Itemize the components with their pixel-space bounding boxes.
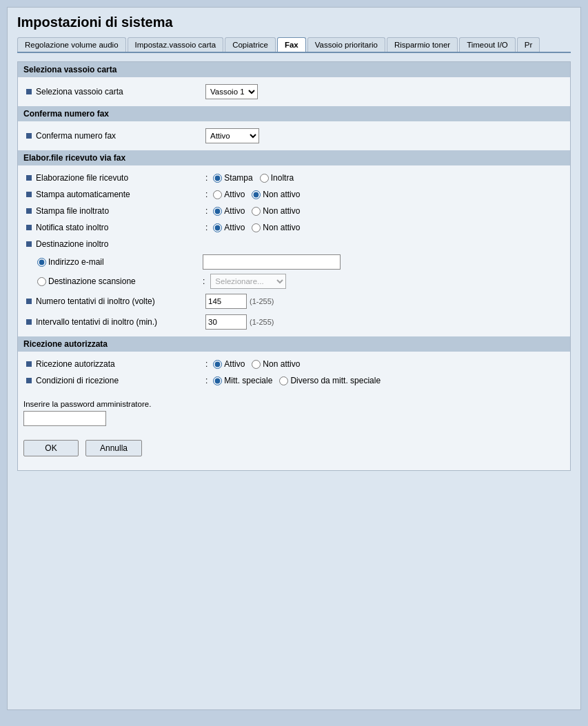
- radio-stampa-input[interactable]: [213, 174, 222, 183]
- radio-scan-label: Destinazione scansione: [48, 276, 136, 286]
- radio-stampa-auto-nonattivo-input[interactable]: [252, 190, 261, 199]
- row-scan: Destinazione scansione : Selezionare...: [23, 272, 565, 291]
- radio-notifica-stato: Attivo Non attivo: [213, 223, 300, 232]
- radio-scan-input[interactable]: [37, 277, 46, 286]
- label-text-vassoio: Seleziona vassoio carta: [36, 87, 123, 97]
- radio-ric-autor-nonattivo-input[interactable]: [252, 360, 261, 369]
- row-destinazione-label: Destinazione inoltro: [23, 236, 565, 252]
- page-container: Impostazioni di sistema Regolazione volu…: [7, 7, 581, 710]
- section-header-conferma: Conferma numero fax: [18, 106, 570, 121]
- radio-stampa-inoltrato-nonattivo-input[interactable]: [252, 207, 261, 216]
- label-cond-ric: Condizioni di ricezione: [26, 376, 205, 385]
- tab-risparmio[interactable]: Risparmio toner: [387, 37, 458, 52]
- tab-copiatrice[interactable]: Copiatrice: [225, 37, 276, 52]
- radio-notifica-attivo-input[interactable]: [213, 223, 222, 232]
- radio-stampa-inoltrato: Attivo Non attivo: [213, 206, 300, 216]
- radio-stampa-auto-attivo-input[interactable]: [213, 190, 222, 199]
- radio-stampa-inoltrato-nonattivo[interactable]: Non attivo: [252, 206, 300, 216]
- label-conferma-fax: Conferma numero fax: [26, 131, 205, 141]
- radio-scan-option[interactable]: Destinazione scansione: [37, 276, 136, 286]
- label-text-stampa-inoltrato: Stampa file inoltrato: [36, 206, 109, 216]
- row-num-tentativi: Numero tentativi di inoltro (volte) (1-2…: [23, 291, 565, 312]
- radio-ric-autor-attivo-label: Attivo: [224, 359, 245, 369]
- radio-notifica-attivo[interactable]: Attivo: [213, 223, 245, 232]
- select-scan[interactable]: Selezionare...: [210, 274, 286, 289]
- radio-email-label: Indirizzo e-mail: [48, 257, 104, 267]
- colon-elab: :: [205, 173, 207, 183]
- radio-email-input[interactable]: [37, 258, 46, 267]
- radio-ric-autor-attivo-input[interactable]: [213, 360, 222, 369]
- radio-stampa[interactable]: Stampa: [213, 173, 252, 183]
- label-intervallo-tentativi: Intervallo tentativi di inoltro (min.): [26, 317, 205, 327]
- colon-cond-ric: :: [205, 376, 207, 385]
- label-text-elab-file: Elaborazione file ricevuto: [36, 173, 128, 183]
- radio-stampa-inoltrato-attivo-input[interactable]: [213, 207, 222, 216]
- bullet-conferma: [26, 133, 32, 139]
- label-text-stampa-auto: Stampa automaticamente: [36, 190, 130, 199]
- radio-stampa-inoltrato-nonattivo-label: Non attivo: [263, 206, 300, 216]
- ok-button[interactable]: OK: [23, 440, 79, 456]
- row-elab-file: Elaborazione file ricevuto : Stampa Inol…: [23, 170, 565, 186]
- input-num-tentativi[interactable]: [205, 294, 247, 309]
- annulla-button[interactable]: Annulla: [85, 440, 142, 456]
- radio-notifica-nonattivo[interactable]: Non attivo: [252, 223, 300, 232]
- section-body-vassoio: Seleziona vassoio carta Vassoio 1 Vassoi…: [18, 77, 570, 106]
- password-input[interactable]: [23, 411, 106, 426]
- radio-stampa-inoltrato-attivo-label: Attivo: [224, 206, 245, 216]
- radio-stampa-auto-nonattivo[interactable]: Non attivo: [252, 190, 300, 199]
- radio-diverso-mitt[interactable]: Diverso da mitt. speciale: [279, 376, 381, 385]
- tab-vassoio-prior[interactable]: Vassoio prioritario: [307, 37, 385, 52]
- label-stampa-auto: Stampa automaticamente: [26, 190, 205, 199]
- email-input[interactable]: [203, 254, 341, 270]
- radio-elab-file: Stampa Inoltra: [213, 173, 294, 183]
- label-destinazione: Destinazione inoltro: [26, 239, 205, 249]
- row-cond-ric: Condizioni di ricezione : Mitt. speciale…: [23, 372, 565, 389]
- input-intervallo-tentativi[interactable]: [205, 314, 247, 330]
- section-header-ricezione: Ricezione autorizzata: [18, 336, 570, 352]
- radio-ric-autor-nonattivo[interactable]: Non attivo: [252, 359, 300, 369]
- radio-mitt-spec-input[interactable]: [213, 376, 222, 385]
- radio-diverso-mitt-label: Diverso da mitt. speciale: [290, 376, 381, 385]
- radio-notifica-nonattivo-input[interactable]: [252, 223, 261, 232]
- label-num-tentativi: Numero tentativi di inoltro (volte): [26, 296, 205, 306]
- colon-stampa-auto: :: [205, 190, 207, 199]
- bullet-stampa-auto: [26, 192, 32, 197]
- bullet-notifica-stato: [26, 225, 32, 230]
- label-notifica-stato: Notifica stato inoltro: [26, 223, 205, 232]
- row-conferma-fax: Conferma numero fax Attivo Non attivo: [23, 125, 565, 146]
- radio-inoltra[interactable]: Inoltra: [260, 173, 294, 183]
- radio-inoltra-label: Inoltra: [271, 173, 294, 183]
- password-label: Inserire la password amministratore.: [23, 400, 565, 408]
- row-intervallo-tentativi: Intervallo tentativi di inoltro (min.) (…: [23, 312, 565, 332]
- row-email: Indirizzo e-mail: [23, 252, 565, 272]
- section-body-ricezione: Ricezione autorizzata : Attivo Non attiv…: [18, 352, 570, 393]
- tab-pr[interactable]: Pr: [517, 37, 540, 52]
- tab-vassoio[interactable]: Impostaz.vassoio carta: [128, 37, 224, 52]
- password-area: Inserire la password amministratore.: [18, 393, 570, 433]
- row-seleziona-vassoio: Seleziona vassoio carta Vassoio 1 Vassoi…: [23, 81, 565, 102]
- tab-fax[interactable]: Fax: [277, 37, 306, 52]
- section-body-conferma: Conferma numero fax Attivo Non attivo: [18, 121, 570, 150]
- bullet-intervallo-tentativi: [26, 319, 32, 325]
- row-ric-autor: Ricezione autorizzata : Attivo Non attiv…: [23, 356, 565, 372]
- bullet-elab-file: [26, 175, 32, 181]
- radio-notifica-nonattivo-label: Non attivo: [263, 223, 300, 232]
- label-text-notifica-stato: Notifica stato inoltro: [36, 223, 108, 232]
- label-text-destinazione: Destinazione inoltro: [36, 239, 108, 249]
- radio-stampa-inoltrato-attivo[interactable]: Attivo: [213, 206, 245, 216]
- radio-ric-autor-attivo[interactable]: Attivo: [213, 359, 245, 369]
- colon-scan: :: [203, 276, 205, 286]
- label-text-conferma: Conferma numero fax: [36, 131, 116, 141]
- select-vassoio[interactable]: Vassoio 1 Vassoio 2 Vassoio 3: [205, 84, 258, 99]
- select-conferma[interactable]: Attivo Non attivo: [205, 128, 259, 143]
- radio-mitt-spec[interactable]: Mitt. speciale: [213, 376, 272, 385]
- radio-diverso-mitt-input[interactable]: [279, 376, 288, 385]
- label-text-num-tentativi: Numero tentativi di inoltro (volte): [36, 296, 155, 306]
- tab-timeout[interactable]: Timeout I/O: [459, 37, 516, 52]
- tab-volume[interactable]: Regolazione volume audio: [17, 37, 126, 52]
- radio-stampa-auto-attivo[interactable]: Attivo: [213, 190, 245, 199]
- radio-email-option[interactable]: Indirizzo e-mail: [37, 257, 104, 267]
- radio-inoltra-input[interactable]: [260, 174, 269, 183]
- bullet-destinazione: [26, 241, 32, 247]
- label-ric-autor: Ricezione autorizzata: [26, 359, 205, 369]
